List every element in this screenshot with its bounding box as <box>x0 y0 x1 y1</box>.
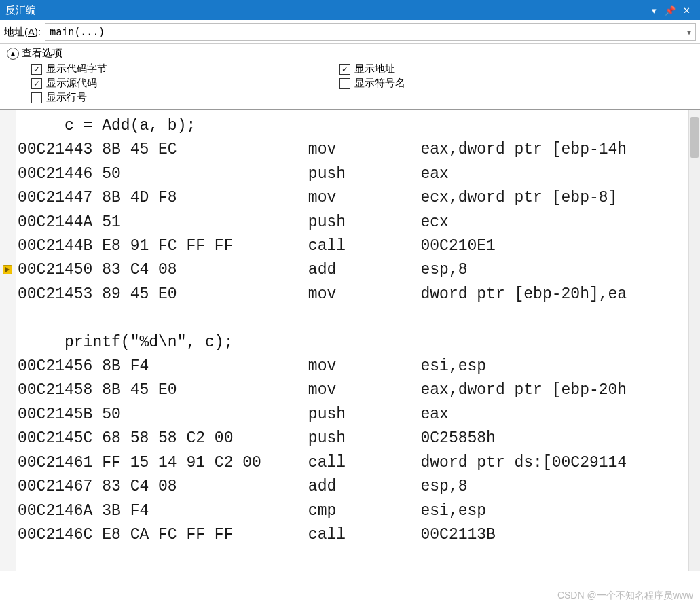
window-menu-button[interactable]: ▾ <box>646 5 662 16</box>
asm-line[interactable]: 00C2144B E8 91 FC FF FF call 00C210E1 <box>18 234 688 258</box>
checkbox-icon <box>31 92 42 103</box>
titlebar: 反汇编 ▾ 📌 ✕ <box>0 0 700 20</box>
asm-line[interactable]: 00C2146A 3B F4 cmp esi,esp <box>18 499 688 523</box>
asm-line[interactable]: 00C21443 8B 45 EC mov eax,dword ptr [ebp… <box>18 138 688 162</box>
option-right-1[interactable]: 显示符号名 <box>339 77 405 90</box>
checkbox-label: 显示符号名 <box>354 77 405 90</box>
asm-line[interactable]: 00C21461 FF 15 14 91 C2 00 call dword pt… <box>18 451 688 475</box>
asm-line[interactable]: 00C2145C 68 58 58 C2 00 push 0C25858h <box>18 427 688 450</box>
address-label: 地址(A): <box>4 26 41 39</box>
asm-line[interactable]: 00C2144A 51 push ecx <box>18 211 688 234</box>
address-combobox[interactable]: main(...) ▼ <box>45 23 696 41</box>
source-line[interactable]: c = Add(a, b); <box>18 114 688 138</box>
current-instruction-icon <box>3 265 12 274</box>
asm-line[interactable]: 00C2146C E8 CA FC FF FF call 00C2113B <box>18 523 688 547</box>
checkbox-label: 显示地址 <box>354 63 395 75</box>
checkbox-label: 显示源代码 <box>46 77 97 90</box>
asm-line[interactable]: 00C21467 83 C4 08 add esp,8 <box>18 475 688 499</box>
blank-line[interactable] <box>18 306 688 330</box>
asm-line[interactable]: 00C21450 83 C4 08 add esp,8 <box>18 258 688 282</box>
asm-line[interactable]: 00C21458 8B 45 E0 mov eax,dword ptr [ebp… <box>18 378 688 402</box>
checkbox-label: 显示行号 <box>46 91 87 104</box>
checkbox-label: 显示代码字节 <box>46 63 107 75</box>
asm-line[interactable]: 00C2145B 50 push eax <box>18 403 688 427</box>
pin-icon[interactable]: 📌 <box>662 5 678 16</box>
disassembly-area: c = Add(a, b);00C21443 8B 45 EC mov eax,… <box>0 109 700 571</box>
collapse-icon: ▲ <box>7 48 19 60</box>
asm-line[interactable]: 00C21456 8B F4 mov esi,esp <box>18 355 688 378</box>
asm-line[interactable]: 00C21447 8B 4D F8 mov ecx,dword ptr [ebp… <box>18 186 688 210</box>
code-listing[interactable]: c = Add(a, b);00C21443 8B 45 EC mov eax,… <box>18 110 688 571</box>
checkbox-icon: ✓ <box>31 64 42 75</box>
asm-line[interactable]: 00C21453 89 45 E0 mov dword ptr [ebp-20h… <box>18 283 688 306</box>
view-options-toggle[interactable]: ▲ 查看选项 <box>7 47 693 60</box>
checkbox-icon: ✓ <box>339 64 350 75</box>
option-left-0[interactable]: ✓显示代码字节 <box>31 63 339 75</box>
chevron-down-icon[interactable]: ▼ <box>687 29 691 36</box>
close-icon[interactable]: ✕ <box>678 5 695 16</box>
option-left-2[interactable]: 显示行号 <box>31 91 339 104</box>
gutter <box>0 110 16 571</box>
option-right-0[interactable]: ✓显示地址 <box>339 63 405 75</box>
asm-line[interactable]: 00C21446 50 push eax <box>18 162 688 186</box>
checkbox-icon: ✓ <box>31 78 42 89</box>
view-options-panel: ▲ 查看选项 ✓显示代码字节✓显示源代码显示行号 ✓显示地址显示符号名 <box>0 44 700 109</box>
checkbox-icon <box>339 78 350 89</box>
source-line[interactable]: printf("%d\n", c); <box>18 331 688 355</box>
scrollbar[interactable] <box>688 110 700 571</box>
address-value: main(...) <box>50 26 105 38</box>
option-left-1[interactable]: ✓显示源代码 <box>31 77 339 90</box>
address-row: 地址(A): main(...) ▼ <box>0 20 700 44</box>
window-title: 反汇编 <box>5 4 646 17</box>
watermark: CSDN @一个不知名程序员www <box>557 590 693 602</box>
scrollbar-thumb[interactable] <box>690 117 699 158</box>
